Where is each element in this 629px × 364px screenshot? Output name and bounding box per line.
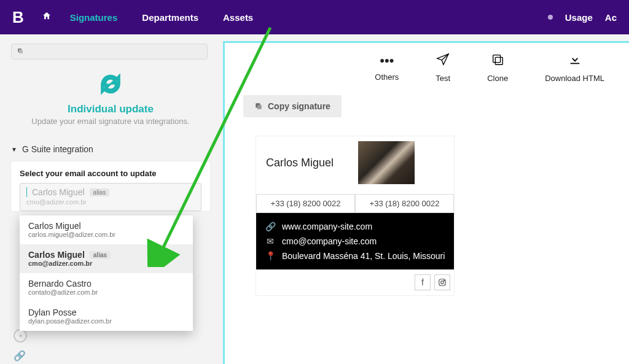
- account-option[interactable]: Carlos Miguel carlos.miguel@adizer.com.b…: [20, 215, 193, 244]
- gsuite-label: G Suite integration: [22, 144, 93, 154]
- svg-point-8: [444, 280, 445, 281]
- download-icon: [568, 53, 582, 70]
- account-option[interactable]: Bernardo Castro contato@adizer.com.br: [20, 273, 193, 302]
- copy-signature-button[interactable]: Copy signature: [243, 95, 342, 117]
- gsuite-integration-toggle[interactable]: ▼ G Suite integration: [11, 144, 210, 154]
- signature-preview: Carlos Miguel +33 (18) 8200 0022 +33 (18…: [256, 136, 455, 296]
- globe-icon: 🔗: [265, 222, 276, 231]
- filter-input[interactable]: [11, 44, 208, 60]
- alias-badge: alias: [90, 188, 110, 196]
- nav-departments[interactable]: Departments: [142, 12, 198, 23]
- logo: B: [12, 8, 23, 27]
- clone-icon: [491, 53, 504, 70]
- clone-button[interactable]: Clone: [487, 53, 508, 83]
- main-panel: ••• Others Test Clone Download HTML Copy…: [223, 41, 629, 364]
- location-icon: 📍: [265, 251, 276, 261]
- svg-rect-3: [496, 57, 503, 64]
- top-nav: B Signatures Departments Assets Usage Ac: [0, 0, 629, 34]
- account-select-input[interactable]: Carlos Miguel alias cmo@adizer.com.br: [20, 183, 201, 211]
- integration-row[interactable]: ✦: [11, 329, 210, 343]
- dots-icon: •••: [380, 53, 394, 69]
- signature-phone-1: +33 (18) 8200 0022: [256, 194, 355, 213]
- svg-rect-2: [493, 55, 501, 63]
- signature-toolbar: ••• Others Test Clone Download HTML: [243, 53, 611, 83]
- signature-website: www.company-site.com: [282, 222, 372, 231]
- account-dropdown: Carlos Miguel carlos.miguel@adizer.com.b…: [20, 215, 193, 331]
- integration-row[interactable]: 🔗: [11, 350, 210, 362]
- svg-rect-5: [257, 105, 262, 109]
- alias-badge: alias: [90, 251, 111, 259]
- signature-name: Carlos Miguel: [266, 157, 334, 169]
- home-icon[interactable]: [42, 11, 52, 23]
- nav-assets[interactable]: Assets: [223, 12, 253, 23]
- account-select-card: Select your email account to update Carl…: [11, 161, 210, 211]
- svg-point-7: [441, 281, 444, 284]
- nav-usage[interactable]: Usage: [565, 12, 593, 23]
- caret-down-icon: ▼: [11, 146, 17, 153]
- left-panel: Individual update Update your email sign…: [0, 34, 221, 364]
- integration-icon: ✦: [14, 329, 27, 343]
- paper-plane-icon: [436, 53, 450, 70]
- status-dot: [548, 15, 553, 20]
- nav-signatures[interactable]: Signatures: [70, 12, 118, 23]
- signature-email: cmo@company-site.com: [282, 236, 377, 246]
- selected-email: cmo@adizer.com.br: [26, 198, 195, 206]
- nav-account[interactable]: Ac: [605, 12, 617, 23]
- download-html-button[interactable]: Download HTML: [545, 53, 604, 83]
- refresh-icon: [98, 72, 123, 102]
- signature-address: Boulevard Masséna 41, St. Louis, Missour…: [282, 251, 445, 261]
- others-button[interactable]: ••• Others: [375, 53, 399, 83]
- signature-phone-2: +33 (18) 8200 0022: [355, 194, 454, 213]
- select-account-label: Select your email account to update: [20, 169, 201, 178]
- test-button[interactable]: Test: [436, 53, 450, 83]
- mail-icon: ✉: [265, 236, 276, 246]
- facebook-icon[interactable]: f: [415, 274, 431, 290]
- svg-rect-1: [19, 50, 23, 53]
- individual-update-subtitle: Update your email signature via integrat…: [11, 117, 210, 126]
- signature-photo: [358, 141, 415, 184]
- account-option[interactable]: Dylan Posse dylan.posse@adizer.com.br: [20, 302, 193, 331]
- account-option[interactable]: Carlos Miguel alias cmo@adizer.com.br: [20, 244, 193, 273]
- individual-update-title: Individual update: [11, 103, 210, 115]
- instagram-icon[interactable]: [434, 274, 450, 290]
- link-icon: 🔗: [14, 350, 26, 362]
- filter-icon: [17, 47, 24, 56]
- selected-name: Carlos Miguel: [32, 187, 85, 197]
